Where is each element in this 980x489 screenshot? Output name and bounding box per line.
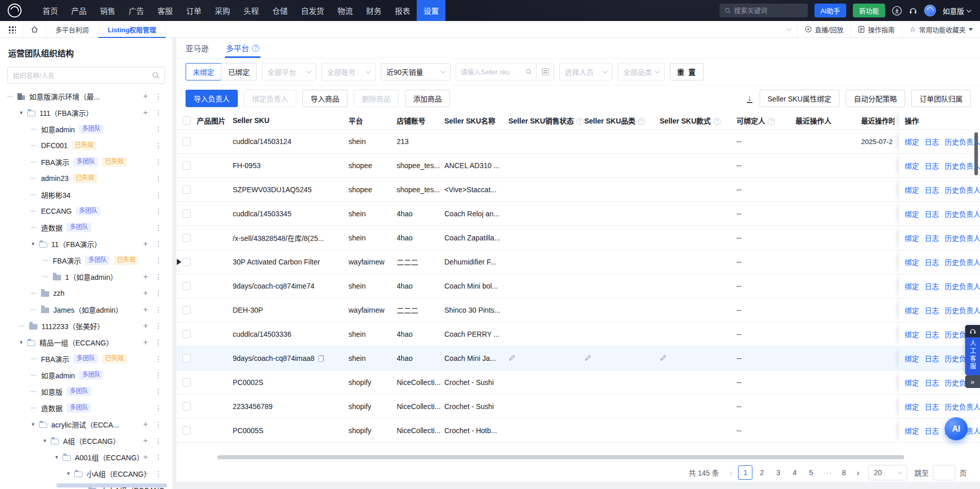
main-menu-item[interactable]: 采购 bbox=[208, 0, 237, 21]
help-icon[interactable] bbox=[768, 118, 775, 125]
row-checkbox[interactable] bbox=[182, 306, 191, 314]
batch-input-button[interactable] bbox=[537, 63, 554, 80]
main-menu-item[interactable]: 设置 bbox=[417, 0, 445, 21]
org-tree-node[interactable]: 造数据 多团队 ⋮ bbox=[0, 219, 172, 236]
node-more-menu[interactable]: ⋮ bbox=[155, 109, 162, 117]
platform-tab[interactable]: 多平台 bbox=[226, 38, 259, 58]
add-node-button[interactable]: + bbox=[141, 469, 150, 478]
node-more-menu[interactable]: ⋮ bbox=[155, 92, 162, 100]
log-link[interactable]: 日志 bbox=[925, 160, 939, 171]
main-menu-item[interactable]: 物流 bbox=[331, 0, 359, 21]
node-more-menu[interactable]: ⋮ bbox=[155, 420, 162, 429]
org-tree-node[interactable]: FBA演示 多团队 已失效 ⋮ bbox=[0, 154, 172, 170]
main-menu-item[interactable]: 产品 bbox=[65, 0, 93, 21]
workspace-tab[interactable]: 多平台利润 bbox=[46, 21, 98, 37]
main-menu-item[interactable]: 财务 bbox=[359, 0, 388, 21]
edit-pencil-icon[interactable] bbox=[660, 354, 667, 361]
row-checkbox[interactable] bbox=[182, 137, 191, 146]
org-search-input[interactable] bbox=[13, 72, 148, 79]
page-number-button[interactable]: 2 bbox=[754, 465, 769, 480]
history-owner-link[interactable]: 历史负责人 bbox=[945, 305, 980, 315]
row-checkbox[interactable] bbox=[182, 186, 191, 194]
action-button[interactable]: 导入负责人 bbox=[186, 90, 238, 107]
action-button[interactable]: 删除商品 bbox=[354, 90, 399, 107]
page-jump-input[interactable] bbox=[933, 465, 955, 480]
org-tree-node[interactable]: ▼ A组（ECCANG） + ⋮ bbox=[0, 433, 172, 449]
row-checkbox[interactable] bbox=[182, 210, 191, 218]
user-guide-button[interactable]: 操作指南 bbox=[850, 21, 902, 37]
bind-state-button[interactable]: 未绑定 bbox=[186, 63, 221, 80]
account-select[interactable]: 全部账号 bbox=[321, 63, 376, 80]
main-menu-item[interactable]: 头程 bbox=[237, 0, 266, 21]
tree-expand-arrow-icon[interactable]: ▼ bbox=[66, 471, 74, 476]
bind-link[interactable]: 绑定 bbox=[905, 257, 919, 267]
tree-expand-arrow-icon[interactable]: ▼ bbox=[19, 340, 27, 345]
row-checkbox[interactable] bbox=[182, 282, 191, 290]
org-tree-node[interactable]: FBA演示 多团队 已失效 ⋮ bbox=[0, 252, 172, 269]
bind-state-button[interactable]: 已绑定 bbox=[221, 63, 257, 80]
add-node-button[interactable]: + bbox=[141, 108, 150, 117]
main-menu-item[interactable]: 客服 bbox=[151, 0, 179, 21]
log-link[interactable]: 日志 bbox=[925, 425, 939, 436]
node-more-menu[interactable]: ⋮ bbox=[155, 404, 162, 412]
sidebar-horizontal-scrollbar[interactable] bbox=[56, 483, 167, 487]
category-select[interactable]: 全部品类 bbox=[618, 63, 665, 80]
node-more-menu[interactable]: ⋮ bbox=[155, 437, 162, 445]
org-tree-node[interactable]: 如意admin 多团队 ⋮ bbox=[0, 121, 172, 137]
platform-select[interactable]: 全部平台 bbox=[262, 63, 316, 80]
page-number-button[interactable]: 1 bbox=[738, 465, 752, 480]
node-more-menu[interactable]: ⋮ bbox=[155, 470, 162, 478]
add-node-button[interactable]: + bbox=[141, 321, 150, 331]
bind-link[interactable]: 绑定 bbox=[905, 160, 919, 171]
page-number-button[interactable]: 4 bbox=[787, 465, 802, 480]
sku-attribute-bind-button[interactable]: Seller SKU属性绑定 bbox=[760, 90, 840, 107]
tree-expand-arrow-icon[interactable]: ▼ bbox=[31, 241, 39, 247]
org-tree-node[interactable]: ▼ A001组（ECCANG） + ⋮ bbox=[0, 449, 172, 465]
org-tree-node[interactable]: ▼ 11（FBA演示） + ⋮ bbox=[0, 236, 172, 252]
tree-expand-arrow-icon[interactable]: ▼ bbox=[19, 110, 27, 115]
page-size-select[interactable]: 20 bbox=[868, 465, 907, 480]
node-more-menu[interactable]: ⋮ bbox=[155, 141, 162, 150]
add-node-button[interactable]: + bbox=[141, 420, 150, 429]
org-tree-node[interactable]: ▼ 精品一组（ECCANG） + ⋮ bbox=[0, 334, 172, 351]
bind-link[interactable]: 绑定 bbox=[905, 136, 919, 147]
log-link[interactable]: 日志 bbox=[925, 257, 939, 267]
live-replay-button[interactable]: 直播/回放 bbox=[797, 21, 851, 37]
global-search[interactable] bbox=[720, 4, 808, 17]
page-number-button[interactable]: 5 bbox=[804, 465, 818, 480]
row-expand-marker[interactable] bbox=[177, 259, 181, 265]
tree-expand-arrow-icon[interactable]: ▼ bbox=[43, 438, 51, 443]
main-menu-item[interactable]: 自发货 bbox=[294, 0, 331, 21]
log-link[interactable]: 日志 bbox=[925, 353, 939, 363]
bind-link[interactable]: 绑定 bbox=[905, 305, 919, 315]
bind-link[interactable]: 绑定 bbox=[905, 209, 919, 219]
node-more-menu[interactable]: ⋮ bbox=[155, 289, 162, 297]
bind-link[interactable]: 绑定 bbox=[905, 401, 919, 412]
org-tree-node[interactable]: FBA演示 多团队 已失效 ⋮ bbox=[0, 351, 172, 367]
version-menu[interactable]: 如意版 bbox=[943, 6, 971, 16]
org-tree-node[interactable]: admin23 已失效 ⋮ bbox=[0, 170, 172, 187]
page-number-button[interactable]: ··· bbox=[820, 465, 834, 480]
row-checkbox[interactable] bbox=[182, 258, 191, 266]
home-icon[interactable] bbox=[24, 21, 46, 37]
org-tree-node[interactable]: ▼ 111（FBA演示） + ⋮ bbox=[0, 105, 172, 121]
bind-link[interactable]: 绑定 bbox=[905, 425, 919, 436]
table-vertical-scrollbar-thumb[interactable] bbox=[974, 132, 978, 175]
page-number-button[interactable]: 3 bbox=[771, 465, 785, 480]
node-more-menu[interactable]: ⋮ bbox=[155, 388, 162, 396]
reset-button[interactable]: 重 置 bbox=[670, 63, 704, 80]
add-node-button[interactable]: + bbox=[141, 272, 150, 281]
copy-icon[interactable] bbox=[318, 355, 324, 362]
add-node-button[interactable]: + bbox=[141, 92, 150, 101]
org-tree-node[interactable]: 1112233（张美好） + ⋮ bbox=[0, 318, 172, 334]
sales-range-select[interactable]: 近90天销量 bbox=[381, 63, 451, 80]
bind-link[interactable]: 绑定 bbox=[905, 329, 919, 339]
add-node-button[interactable]: + bbox=[141, 305, 150, 314]
history-owner-link[interactable]: 历史负责人 bbox=[945, 257, 980, 267]
row-checkbox[interactable] bbox=[182, 354, 191, 362]
help-icon[interactable] bbox=[638, 118, 645, 125]
edit-pencil-icon[interactable] bbox=[508, 354, 516, 361]
auto-assign-strategy-button[interactable]: 自动分配策略 bbox=[846, 90, 905, 107]
org-tree-node[interactable]: 如意版演示环境（最... + ⋮ bbox=[0, 88, 172, 105]
node-more-menu[interactable]: ⋮ bbox=[155, 158, 162, 166]
